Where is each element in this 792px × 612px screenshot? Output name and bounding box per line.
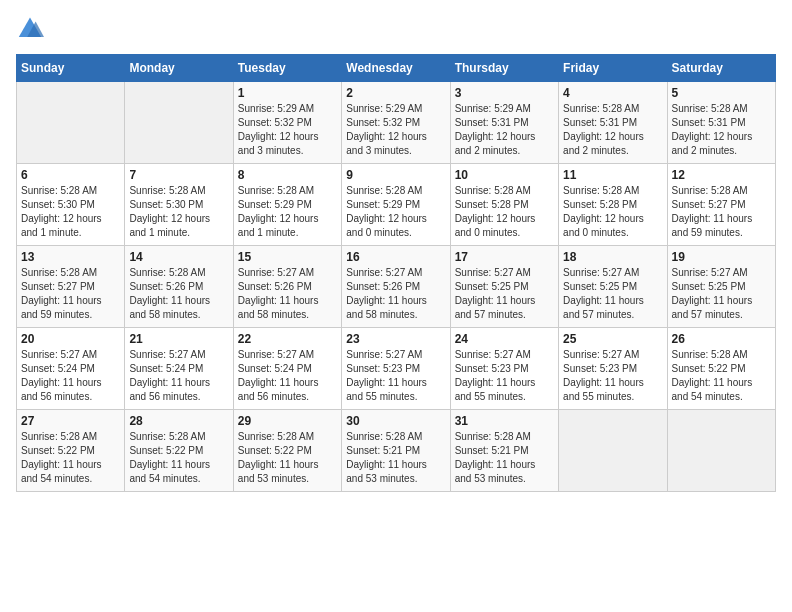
day-info: Sunrise: 5:28 AM Sunset: 5:28 PM Dayligh…	[455, 184, 554, 240]
calendar-cell: 1Sunrise: 5:29 AM Sunset: 5:32 PM Daylig…	[233, 82, 341, 164]
calendar-cell: 7Sunrise: 5:28 AM Sunset: 5:30 PM Daylig…	[125, 164, 233, 246]
day-number: 23	[346, 332, 445, 346]
day-info: Sunrise: 5:27 AM Sunset: 5:24 PM Dayligh…	[129, 348, 228, 404]
day-number: 10	[455, 168, 554, 182]
day-number: 27	[21, 414, 120, 428]
calendar-cell: 14Sunrise: 5:28 AM Sunset: 5:26 PM Dayli…	[125, 246, 233, 328]
day-info: Sunrise: 5:28 AM Sunset: 5:31 PM Dayligh…	[563, 102, 662, 158]
day-number: 30	[346, 414, 445, 428]
day-info: Sunrise: 5:29 AM Sunset: 5:32 PM Dayligh…	[346, 102, 445, 158]
calendar-cell: 22Sunrise: 5:27 AM Sunset: 5:24 PM Dayli…	[233, 328, 341, 410]
weekday-header: Saturday	[667, 55, 775, 82]
weekday-header: Monday	[125, 55, 233, 82]
day-number: 19	[672, 250, 771, 264]
day-number: 2	[346, 86, 445, 100]
day-number: 7	[129, 168, 228, 182]
calendar-cell: 18Sunrise: 5:27 AM Sunset: 5:25 PM Dayli…	[559, 246, 667, 328]
day-info: Sunrise: 5:28 AM Sunset: 5:22 PM Dayligh…	[238, 430, 337, 486]
weekday-header: Thursday	[450, 55, 558, 82]
day-number: 11	[563, 168, 662, 182]
day-number: 12	[672, 168, 771, 182]
day-number: 1	[238, 86, 337, 100]
day-number: 21	[129, 332, 228, 346]
day-info: Sunrise: 5:27 AM Sunset: 5:25 PM Dayligh…	[455, 266, 554, 322]
calendar-cell: 5Sunrise: 5:28 AM Sunset: 5:31 PM Daylig…	[667, 82, 775, 164]
day-number: 6	[21, 168, 120, 182]
day-number: 22	[238, 332, 337, 346]
calendar-cell: 11Sunrise: 5:28 AM Sunset: 5:28 PM Dayli…	[559, 164, 667, 246]
logo-icon	[16, 16, 44, 44]
calendar-cell: 25Sunrise: 5:27 AM Sunset: 5:23 PM Dayli…	[559, 328, 667, 410]
day-number: 24	[455, 332, 554, 346]
day-info: Sunrise: 5:28 AM Sunset: 5:29 PM Dayligh…	[346, 184, 445, 240]
calendar-cell: 24Sunrise: 5:27 AM Sunset: 5:23 PM Dayli…	[450, 328, 558, 410]
calendar-cell	[17, 82, 125, 164]
calendar-cell	[125, 82, 233, 164]
day-info: Sunrise: 5:27 AM Sunset: 5:23 PM Dayligh…	[563, 348, 662, 404]
day-info: Sunrise: 5:28 AM Sunset: 5:22 PM Dayligh…	[672, 348, 771, 404]
day-info: Sunrise: 5:28 AM Sunset: 5:28 PM Dayligh…	[563, 184, 662, 240]
day-info: Sunrise: 5:27 AM Sunset: 5:26 PM Dayligh…	[238, 266, 337, 322]
day-number: 8	[238, 168, 337, 182]
day-info: Sunrise: 5:27 AM Sunset: 5:25 PM Dayligh…	[563, 266, 662, 322]
calendar-cell: 4Sunrise: 5:28 AM Sunset: 5:31 PM Daylig…	[559, 82, 667, 164]
day-number: 16	[346, 250, 445, 264]
day-number: 17	[455, 250, 554, 264]
calendar-cell: 28Sunrise: 5:28 AM Sunset: 5:22 PM Dayli…	[125, 410, 233, 492]
calendar-week-row: 20Sunrise: 5:27 AM Sunset: 5:24 PM Dayli…	[17, 328, 776, 410]
day-info: Sunrise: 5:28 AM Sunset: 5:27 PM Dayligh…	[672, 184, 771, 240]
calendar-cell: 12Sunrise: 5:28 AM Sunset: 5:27 PM Dayli…	[667, 164, 775, 246]
calendar-cell: 17Sunrise: 5:27 AM Sunset: 5:25 PM Dayli…	[450, 246, 558, 328]
calendar-cell: 30Sunrise: 5:28 AM Sunset: 5:21 PM Dayli…	[342, 410, 450, 492]
day-info: Sunrise: 5:29 AM Sunset: 5:31 PM Dayligh…	[455, 102, 554, 158]
weekday-header: Wednesday	[342, 55, 450, 82]
day-info: Sunrise: 5:28 AM Sunset: 5:27 PM Dayligh…	[21, 266, 120, 322]
calendar-header-row: SundayMondayTuesdayWednesdayThursdayFrid…	[17, 55, 776, 82]
calendar-table: SundayMondayTuesdayWednesdayThursdayFrid…	[16, 54, 776, 492]
calendar-week-row: 13Sunrise: 5:28 AM Sunset: 5:27 PM Dayli…	[17, 246, 776, 328]
calendar-cell: 6Sunrise: 5:28 AM Sunset: 5:30 PM Daylig…	[17, 164, 125, 246]
day-info: Sunrise: 5:28 AM Sunset: 5:21 PM Dayligh…	[346, 430, 445, 486]
day-info: Sunrise: 5:28 AM Sunset: 5:31 PM Dayligh…	[672, 102, 771, 158]
day-number: 9	[346, 168, 445, 182]
calendar-cell	[667, 410, 775, 492]
day-info: Sunrise: 5:27 AM Sunset: 5:23 PM Dayligh…	[455, 348, 554, 404]
calendar-cell: 9Sunrise: 5:28 AM Sunset: 5:29 PM Daylig…	[342, 164, 450, 246]
day-number: 20	[21, 332, 120, 346]
day-number: 28	[129, 414, 228, 428]
day-info: Sunrise: 5:29 AM Sunset: 5:32 PM Dayligh…	[238, 102, 337, 158]
day-info: Sunrise: 5:27 AM Sunset: 5:24 PM Dayligh…	[238, 348, 337, 404]
day-number: 15	[238, 250, 337, 264]
day-info: Sunrise: 5:28 AM Sunset: 5:26 PM Dayligh…	[129, 266, 228, 322]
calendar-cell: 29Sunrise: 5:28 AM Sunset: 5:22 PM Dayli…	[233, 410, 341, 492]
day-info: Sunrise: 5:28 AM Sunset: 5:30 PM Dayligh…	[129, 184, 228, 240]
weekday-header: Tuesday	[233, 55, 341, 82]
day-number: 14	[129, 250, 228, 264]
day-number: 26	[672, 332, 771, 346]
calendar-cell: 27Sunrise: 5:28 AM Sunset: 5:22 PM Dayli…	[17, 410, 125, 492]
day-info: Sunrise: 5:28 AM Sunset: 5:22 PM Dayligh…	[21, 430, 120, 486]
calendar-cell: 8Sunrise: 5:28 AM Sunset: 5:29 PM Daylig…	[233, 164, 341, 246]
calendar-cell: 2Sunrise: 5:29 AM Sunset: 5:32 PM Daylig…	[342, 82, 450, 164]
weekday-header: Sunday	[17, 55, 125, 82]
day-info: Sunrise: 5:27 AM Sunset: 5:26 PM Dayligh…	[346, 266, 445, 322]
calendar-week-row: 27Sunrise: 5:28 AM Sunset: 5:22 PM Dayli…	[17, 410, 776, 492]
day-number: 29	[238, 414, 337, 428]
day-number: 31	[455, 414, 554, 428]
calendar-cell: 16Sunrise: 5:27 AM Sunset: 5:26 PM Dayli…	[342, 246, 450, 328]
logo	[16, 16, 50, 44]
day-number: 13	[21, 250, 120, 264]
calendar-cell: 26Sunrise: 5:28 AM Sunset: 5:22 PM Dayli…	[667, 328, 775, 410]
calendar-week-row: 1Sunrise: 5:29 AM Sunset: 5:32 PM Daylig…	[17, 82, 776, 164]
weekday-header: Friday	[559, 55, 667, 82]
calendar-cell: 19Sunrise: 5:27 AM Sunset: 5:25 PM Dayli…	[667, 246, 775, 328]
calendar-cell	[559, 410, 667, 492]
calendar-cell: 10Sunrise: 5:28 AM Sunset: 5:28 PM Dayli…	[450, 164, 558, 246]
calendar-cell: 3Sunrise: 5:29 AM Sunset: 5:31 PM Daylig…	[450, 82, 558, 164]
calendar-cell: 23Sunrise: 5:27 AM Sunset: 5:23 PM Dayli…	[342, 328, 450, 410]
day-info: Sunrise: 5:27 AM Sunset: 5:24 PM Dayligh…	[21, 348, 120, 404]
day-info: Sunrise: 5:28 AM Sunset: 5:22 PM Dayligh…	[129, 430, 228, 486]
day-number: 25	[563, 332, 662, 346]
day-number: 18	[563, 250, 662, 264]
day-number: 5	[672, 86, 771, 100]
